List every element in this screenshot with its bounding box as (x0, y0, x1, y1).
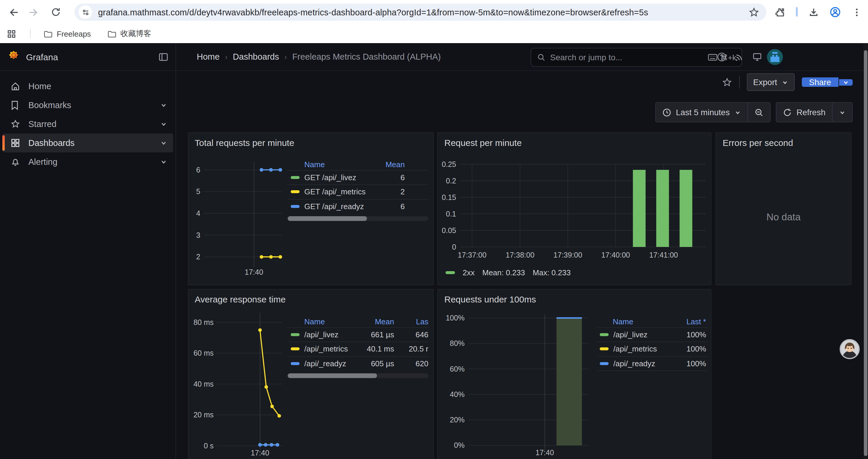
news-rss-icon[interactable] (730, 48, 748, 66)
chevron-down-icon[interactable] (160, 158, 167, 165)
folder-icon (107, 30, 116, 37)
series-swatch (600, 362, 609, 365)
legend-row[interactable]: GET /api/_metrics 2 (287, 184, 428, 199)
panel-requests-under-100ms[interactable]: Requests under 100ms 100%80%60%40%20%0%1… (437, 289, 711, 459)
apps-grid-icon[interactable] (3, 25, 20, 42)
profile-icon[interactable] (827, 4, 843, 21)
series-swatch (291, 176, 300, 179)
avatar-image (767, 49, 783, 65)
panel-legend: Name Mean Las /api/_livez 661 µs 646 /ap… (287, 316, 428, 378)
search-icon (537, 53, 546, 61)
legend-row[interactable]: /api/_livez 661 µs 646 (287, 327, 428, 341)
sidebar-item-home[interactable]: Home (2, 77, 173, 96)
share-menu-chevron[interactable] (839, 79, 852, 85)
chevron-down-icon (782, 79, 788, 85)
refresh-interval-chevron[interactable] (833, 109, 852, 116)
svg-text:0%: 0% (454, 441, 464, 449)
favorite-star-icon[interactable] (722, 77, 732, 87)
svg-text:100%: 100% (446, 314, 465, 322)
zoom-out-icon (754, 108, 764, 117)
zoom-out-button[interactable] (748, 108, 770, 117)
time-range-picker[interactable]: Last 5 minutes (656, 107, 747, 117)
svg-text:0 s: 0 s (204, 441, 213, 450)
panel-title[interactable]: Errors per second (723, 137, 793, 147)
user-avatar[interactable] (766, 48, 783, 66)
legend-row[interactable]: /api/_readyz 100% (597, 356, 708, 371)
assistant-avatar[interactable] (840, 339, 860, 359)
panel-errors-per-second[interactable]: Errors per second No data (716, 132, 851, 285)
legend-row[interactable]: /api/_metrics 40.1 ms 20.5 r (287, 341, 428, 356)
bell-icon (11, 157, 20, 167)
girl-avatar-image (841, 340, 859, 358)
refresh-icon (783, 108, 792, 117)
legend-scrollbar[interactable] (287, 373, 428, 378)
site-settings-icon[interactable] (79, 5, 92, 19)
folder-icon (44, 30, 53, 37)
browser-toolbar: grafana.mathmast.com/d/deytv4rwavabkb/fr… (0, 0, 868, 24)
bookmark-folder-freeleaps[interactable]: Freeleaps (44, 29, 91, 38)
breadcrumb-home[interactable]: Home (197, 52, 219, 61)
breadcrumb-separator: › (284, 52, 287, 61)
series-swatch (600, 333, 609, 336)
back-icon[interactable] (5, 4, 21, 21)
page-scrollbar-thumb[interactable] (864, 50, 867, 456)
sidebar-header: Grafana (0, 43, 176, 71)
svg-text:17:39:00: 17:39:00 (553, 251, 582, 259)
series-swatch (445, 271, 455, 274)
svg-text:20%: 20% (450, 415, 465, 424)
home-icon (11, 81, 20, 91)
legend-row[interactable]: GET /api/_readyz 6 (287, 199, 428, 213)
url-bar[interactable]: grafana.mathmast.com/d/deytv4rwavabkb/fr… (74, 4, 766, 21)
url-text: grafana.mathmast.com/d/deytv4rwavabkb/fr… (98, 7, 648, 17)
svg-text:17:40: 17:40 (244, 268, 263, 276)
svg-text:17:38:00: 17:38:00 (506, 251, 534, 259)
panel-legend[interactable]: 2xx Mean: 0.233 Max: 0.233 (445, 268, 571, 277)
sidebar-item-alerting[interactable]: Alerting (2, 153, 173, 171)
reload-icon[interactable] (47, 4, 64, 21)
legend-row[interactable]: /api/_readyz 605 µs 620 (287, 356, 428, 370)
series-swatch (291, 348, 300, 351)
svg-text:0.1: 0.1 (446, 209, 456, 218)
legend-row[interactable]: /api/_livez 100% (597, 327, 708, 341)
share-button[interactable]: Share (802, 74, 852, 90)
extensions-icon[interactable] (772, 4, 788, 21)
svg-text:17:40: 17:40 (536, 448, 554, 456)
chevron-down-icon (735, 109, 741, 116)
legend-row[interactable]: GET /api/_livez 6 (287, 170, 428, 184)
bar-chart: 100%80%60%40%20%0%17:40 (438, 289, 712, 459)
divider (30, 29, 31, 38)
legend-scrollbar[interactable] (287, 216, 428, 221)
grafana-app: Grafana Home Bookmarks Starred (0, 43, 868, 459)
refresh-button[interactable]: Refresh (776, 107, 832, 117)
screen: grafana.mathmast.com/d/deytv4rwavabkb/fr… (0, 0, 868, 459)
breadcrumb-separator: › (225, 52, 227, 61)
chevron-down-icon[interactable] (160, 121, 167, 128)
panel-total-requests-per-minute[interactable]: Total requests per minute 6543217:40 Nam… (188, 132, 433, 285)
no-data-message: No data (716, 211, 851, 222)
legend-row[interactable]: /api/_metrics 100% (597, 341, 708, 356)
sidebar-item-dashboards[interactable]: Dashboards (2, 133, 173, 153)
svg-text:17:40:00: 17:40:00 (601, 251, 630, 259)
panel-request-per-minute[interactable]: Request per minute 0.250.20.150.10.05017… (437, 132, 711, 285)
svg-text:20 ms: 20 ms (193, 410, 213, 419)
chevron-down-icon[interactable] (160, 139, 167, 146)
sidebar-item-bookmarks[interactable]: Bookmarks (2, 96, 173, 114)
svg-text:17:37:00: 17:37:00 (458, 251, 486, 259)
series-swatch (291, 205, 300, 208)
bookmark-star-icon[interactable] (749, 7, 759, 18)
chevron-down-icon[interactable] (160, 102, 167, 109)
forward-icon[interactable] (26, 4, 42, 21)
sidebar-toggle-icon[interactable] (158, 52, 168, 62)
breadcrumb-dashboards[interactable]: Dashboards (233, 52, 279, 61)
export-button[interactable]: Export (747, 73, 795, 91)
sidebar-item-starred[interactable]: Starred (2, 114, 173, 133)
help-icon[interactable] (713, 48, 730, 66)
bookmark-folder-blogs[interactable]: 收藏博客 (107, 28, 151, 39)
monitor-icon[interactable] (748, 48, 766, 66)
panel-legend: Name Mean GET /api/_livez 6 GET /api/_me… (287, 159, 428, 221)
search-input[interactable]: Search or jump to... ⌘+k (531, 48, 742, 67)
panel-average-response-time[interactable]: Average response time 80 ms60 ms40 ms20 … (188, 289, 434, 459)
svg-text:6: 6 (196, 165, 200, 174)
browser-menu-icon[interactable] (848, 4, 865, 21)
downloads-icon[interactable] (805, 4, 822, 21)
